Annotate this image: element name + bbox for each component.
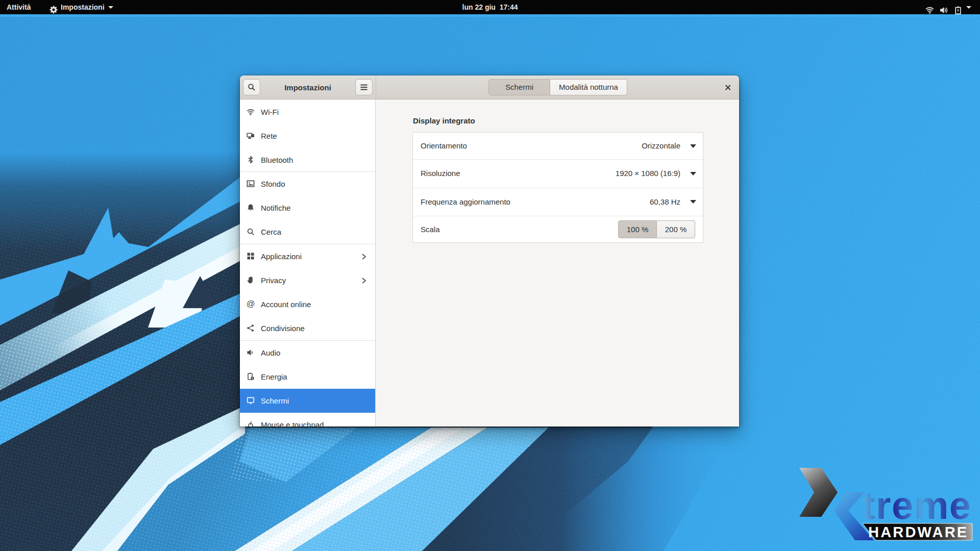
svg-text:HARDWARE: HARDWARE [868, 524, 968, 540]
svg-text:@: @ [247, 300, 255, 308]
svg-text:treme: treme [862, 484, 972, 527]
